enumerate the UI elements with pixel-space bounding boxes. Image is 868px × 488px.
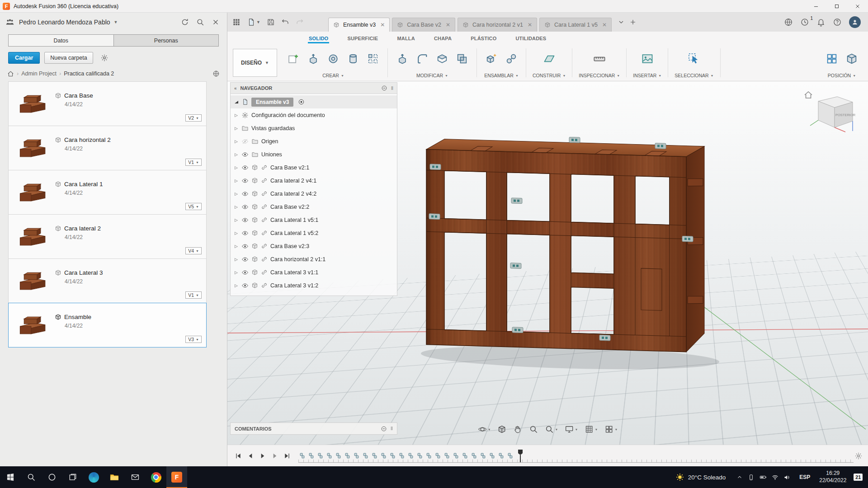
group-insertar-menu[interactable]: INSERTAR▼ (633, 71, 661, 80)
tab-close-icon[interactable]: ✕ (446, 22, 450, 28)
view-cube[interactable]: POSTERIOR (802, 88, 856, 136)
tab-close-icon[interactable]: ✕ (528, 22, 532, 28)
ribbon-tab-plastico[interactable]: PLÁSTICO (470, 33, 497, 43)
workspace-dropdown[interactable]: DISEÑO ▼ (233, 49, 277, 77)
navigator-row[interactable]: ▷ Cara Base v2:2 (231, 200, 397, 213)
coil-icon[interactable] (345, 51, 361, 67)
ribbon-tab-malla[interactable]: MALLA (396, 33, 416, 43)
visibility-eye-icon[interactable] (241, 256, 249, 263)
play-button[interactable] (257, 450, 268, 461)
orbit-icon[interactable]: ▼ (478, 425, 491, 434)
minimize-panel-icon[interactable] (381, 85, 387, 91)
navigator-row[interactable]: ▷ Origen (231, 135, 397, 148)
item-version-badge[interactable]: V4▼ (185, 247, 202, 254)
user-name[interactable]: Pedro Leonardo Mendoza Pablo (19, 19, 110, 26)
ribbon-tab-solido[interactable]: SOLIDO (308, 33, 329, 43)
construction-plane-icon[interactable] (541, 51, 557, 67)
press-pull-icon[interactable] (394, 51, 410, 67)
tab-close-icon[interactable]: ✕ (602, 22, 607, 28)
visibility-eye-icon[interactable] (241, 190, 249, 197)
save-icon[interactable] (267, 18, 275, 26)
panel-drag-handle[interactable]: ‖ (391, 86, 393, 91)
navigator-row[interactable]: ▷ Cara Lateral 1 v5:1 (231, 213, 397, 226)
expander-icon[interactable]: ▷ (234, 126, 239, 131)
timeline-settings-gear-icon[interactable] (854, 452, 863, 460)
measure-icon[interactable] (591, 51, 608, 67)
app-grid-icon[interactable] (232, 18, 241, 27)
list-item[interactable]: Cara horizontal 2 4/14/22 V1▼ (8, 126, 207, 170)
start-button[interactable] (0, 466, 21, 488)
visibility-eye-icon[interactable] (241, 243, 249, 250)
taskbar-clock[interactable]: 16:29 22/04/2022 (815, 470, 851, 484)
maximize-button[interactable] (826, 0, 847, 12)
file-explorer-app-icon[interactable] (104, 466, 125, 488)
minimize-button[interactable] (806, 0, 826, 12)
action-center-button[interactable]: 21 (851, 474, 868, 481)
document-tab[interactable]: Cara horizontal 2 v1 ✕ (458, 18, 537, 32)
chrome-app-icon[interactable] (146, 466, 166, 488)
taskbar-weather[interactable]: 20°C Soleado (669, 473, 732, 482)
undo-icon[interactable] (281, 18, 289, 26)
tray-expand-chevron-icon[interactable] (736, 474, 743, 480)
timeline-strip[interactable] (298, 448, 863, 464)
group-modificar-menu[interactable]: MODIFICAR▼ (416, 71, 448, 80)
expander-icon[interactable]: ▷ (234, 283, 239, 288)
list-item[interactable]: Cara lateral 2 4/14/22 V4▼ (8, 214, 207, 259)
zoom-icon[interactable] (529, 425, 538, 434)
wifi-icon[interactable] (772, 474, 778, 481)
capture-position-icon[interactable] (824, 51, 840, 67)
pattern-icon[interactable] (365, 51, 381, 67)
breadcrumb-project[interactable]: Admin Project (21, 70, 57, 77)
expander-icon[interactable]: ▷ (234, 205, 239, 209)
visibility-eye-icon[interactable] (241, 216, 249, 224)
joint-icon[interactable] (503, 51, 519, 67)
web-link-globe-icon[interactable] (212, 70, 220, 77)
breadcrumb-folder[interactable]: Practica calificada 2 (64, 70, 114, 77)
panel-drag-handle[interactable]: ‖ (391, 426, 393, 431)
navigator-row[interactable]: ▷ Configuración del documento (231, 108, 397, 122)
expander-icon[interactable]: ▷ (234, 113, 239, 117)
navigator-row[interactable]: ▷ Cara Lateral 3 v1:2 (231, 279, 397, 292)
step-back-button[interactable] (245, 450, 255, 461)
minimize-panel-icon[interactable] (381, 426, 387, 432)
combine-icon[interactable] (454, 51, 470, 67)
cortana-button[interactable] (42, 466, 62, 488)
navigator-row[interactable]: ▷ Cara lateral 2 v4:1 (231, 174, 397, 187)
expander-icon[interactable]: ▷ (234, 139, 239, 144)
item-version-badge[interactable]: V3▼ (185, 336, 202, 343)
navigator-row[interactable]: ▷ Cara Base v2:1 (231, 161, 397, 174)
visibility-eye-icon[interactable] (241, 282, 249, 289)
group-inspeccionar-menu[interactable]: INSPECCIONAR▼ (579, 71, 620, 80)
item-version-badge[interactable]: V5▼ (185, 203, 202, 210)
mail-app-icon[interactable] (125, 466, 146, 488)
battery-icon[interactable] (760, 474, 767, 481)
tab-list-chevron-icon[interactable] (618, 19, 625, 26)
tab-personas[interactable]: Personas (113, 35, 219, 46)
visibility-eye-icon[interactable] (241, 164, 249, 171)
fit-icon[interactable]: ▼ (545, 425, 558, 434)
ribbon-tab-superficie[interactable]: SUPERFICIE (346, 33, 379, 43)
list-item-selected[interactable]: Ensamble 4/14/22 V3▼ (8, 303, 207, 347)
look-at-icon[interactable] (498, 425, 507, 434)
phone-link-icon[interactable] (748, 474, 755, 481)
item-version-badge[interactable]: V1▼ (185, 159, 202, 166)
new-sketch-icon[interactable] (285, 51, 302, 67)
go-to-end-button[interactable] (282, 450, 292, 461)
step-forward-button[interactable] (269, 450, 280, 461)
go-to-start-button[interactable] (233, 450, 243, 461)
select-icon[interactable] (686, 51, 702, 67)
help-icon[interactable] (833, 18, 842, 27)
document-tab-active[interactable]: Ensamble v3 ✕ (328, 18, 390, 32)
insert-image-icon[interactable] (639, 51, 656, 67)
list-item[interactable]: Cara Base 4/14/22 V2▼ (8, 81, 207, 126)
extrude-icon[interactable] (305, 51, 321, 67)
job-status-button[interactable]: 1 (800, 18, 809, 27)
list-item[interactable]: Cara Lateral 1 4/14/22 V5▼ (8, 170, 207, 215)
navigator-row[interactable]: ▷ Vistas guardadas (231, 122, 397, 135)
upload-button[interactable]: Cargar (8, 52, 40, 64)
notifications-bell-icon[interactable] (816, 18, 826, 27)
panel-settings-gear-icon[interactable] (100, 54, 108, 62)
pan-icon[interactable] (514, 425, 523, 434)
avatar[interactable] (849, 16, 861, 28)
expander-icon[interactable]: ▷ (234, 152, 239, 157)
